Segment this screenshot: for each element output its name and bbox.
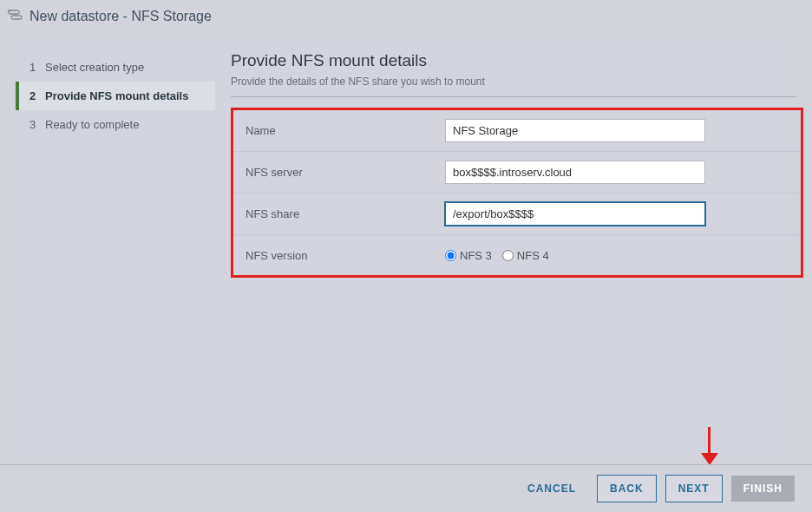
step-number: 1 — [29, 61, 45, 74]
row-nfs-share: NFS share — [233, 194, 801, 235]
step-label: Ready to complete — [45, 118, 139, 131]
nfs-version-4-label: NFS 4 — [517, 249, 549, 262]
name-label: Name — [246, 124, 445, 137]
row-nfs-server: NFS server — [233, 152, 801, 194]
step-label: Select creation type — [45, 61, 144, 74]
page-subtitle: Provide the details of the NFS share you… — [231, 75, 796, 97]
nfs-version-radio-group: NFS 3 NFS 4 — [445, 249, 789, 262]
content-area: 1 Select creation type 2 Provide NFS mou… — [16, 39, 796, 458]
wizard-steps-sidebar: 1 Select creation type 2 Provide NFS mou… — [16, 39, 215, 458]
finish-button: FINISH — [731, 476, 795, 502]
row-nfs-version: NFS version NFS 3 NFS 4 — [233, 235, 801, 275]
step-number: 2 — [29, 89, 45, 102]
step-provide-nfs-mount-details[interactable]: 2 Provide NFS mount details — [16, 82, 215, 110]
nfs-version-3-label: NFS 3 — [460, 249, 492, 262]
dialog-footer: CANCEL BACK NEXT FINISH — [0, 464, 812, 512]
nfs-version-4-radio[interactable] — [502, 250, 514, 261]
nfs-server-label: NFS server — [246, 166, 445, 179]
next-button[interactable]: NEXT — [665, 475, 723, 502]
nfs-form-highlight-box: Name NFS server NFS share — [231, 108, 803, 278]
main-panel: Provide NFS mount details Provide the de… — [215, 39, 796, 458]
title-bar: + New datastore - NFS Storage — [0, 0, 812, 31]
window-title: New datastore - NFS Storage — [29, 9, 212, 24]
svg-rect-1 — [11, 16, 22, 19]
nfs-version-3-option[interactable]: NFS 3 — [445, 249, 492, 262]
back-button[interactable]: BACK — [597, 475, 657, 502]
cancel-button[interactable]: CANCEL — [515, 476, 588, 502]
step-number: 3 — [29, 118, 45, 131]
step-label: Provide NFS mount details — [45, 89, 188, 102]
nfs-version-3-radio[interactable] — [445, 250, 456, 261]
nfs-version-4-option[interactable]: NFS 4 — [502, 249, 549, 262]
datastore-icon: + — [7, 9, 24, 24]
row-name: Name — [233, 110, 801, 152]
svg-text:+: + — [7, 9, 11, 15]
name-input[interactable] — [445, 119, 705, 142]
dialog-window: + New datastore - NFS Storage 1 Select c… — [0, 0, 812, 512]
step-select-creation-type[interactable]: 1 Select creation type — [16, 53, 215, 82]
nfs-share-label: NFS share — [246, 207, 445, 220]
page-title: Provide NFS mount details — [231, 51, 796, 70]
nfs-version-label: NFS version — [246, 249, 445, 262]
nfs-share-input[interactable] — [445, 202, 705, 226]
nfs-server-input[interactable] — [445, 161, 705, 184]
step-ready-to-complete[interactable]: 3 Ready to complete — [16, 110, 215, 139]
